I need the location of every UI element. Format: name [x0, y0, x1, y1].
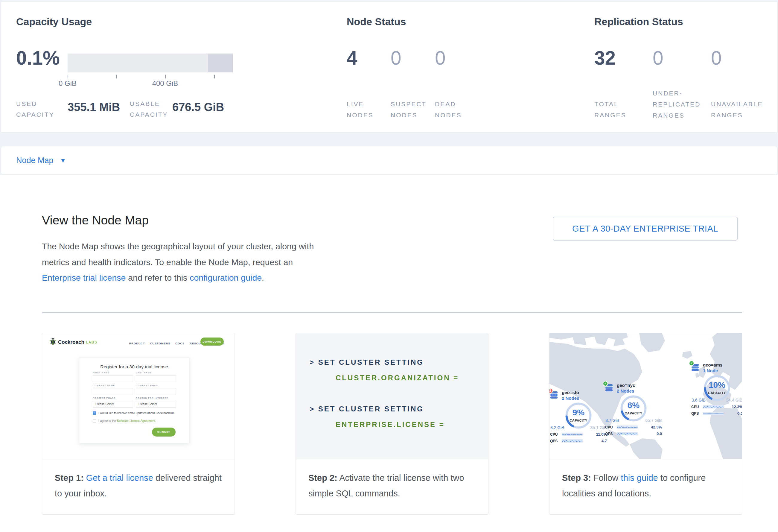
chevron-down-icon[interactable]: ▾ — [61, 156, 65, 165]
node-map-placeholder-section: View the Node Map The Node Map shows the… — [0, 175, 778, 532]
first-name-field: FIRST NAME — [93, 371, 133, 382]
cpu-metric: CPU 12.3% — [691, 404, 742, 409]
under-replicated-ranges-label: UNDER- REPLICATED RANGES — [653, 88, 701, 121]
capacity-label: CAPACITY — [564, 419, 593, 422]
qps-metric: QPS 0.0 — [691, 411, 742, 415]
checked-checkbox-icon: ✓ — [93, 411, 96, 415]
form-title: Register for a 30-day trial license — [79, 364, 189, 370]
node-map-dropdown[interactable]: Node Map — [16, 156, 54, 165]
map-node-geo-nyc: ✓ geo=nyc 2 Nodes 6% CAPACITY 3.7 GiB 65… — [605, 383, 662, 436]
reason-for-interest-select: REASON FOR INTEREST Please Select — [136, 397, 176, 407]
unavailable-ranges-label: UNAVAILABLE RANGES — [711, 98, 763, 121]
cluster-summary-panel: Capacity Usage 0.1% 0 GiB 400 GiB USED C… — [1, 2, 777, 133]
view-selector-bar: Node Map ▾ — [1, 146, 777, 175]
qps-sparkline — [562, 439, 583, 443]
submit-button-preview: SUBMIT — [152, 428, 175, 437]
replication-status-title: Replication Status — [594, 16, 683, 27]
capacity-usage-title: Capacity Usage — [16, 16, 92, 27]
capacity-tick — [214, 75, 215, 78]
capacity-tick — [165, 75, 166, 78]
used-capacity: 3.7 GiB — [605, 418, 619, 423]
unavailable-ranges-count: 0 — [711, 47, 722, 70]
dead-nodes-label: DEAD NODES — [435, 98, 462, 121]
step1-card: Cockroach LABS PRODUCT CUSTOMERS DOCS RE… — [42, 333, 235, 515]
download-button-preview: DOWNLOAD — [201, 337, 224, 346]
used-capacity: 3.2 GiB — [550, 425, 564, 430]
configuration-guide-link[interactable]: configuration guide — [189, 273, 262, 283]
qps-sparkline — [703, 411, 724, 415]
capacity-tick-label: 400 GiB — [141, 79, 189, 88]
live-nodes-label: LIVE NODES — [347, 98, 374, 121]
company-name-field: COMPANY NAME — [93, 384, 133, 395]
capacity-donut: 6% CAPACITY — [619, 394, 648, 423]
unchecked-checkbox-icon — [93, 419, 96, 423]
cpu-metric: CPU 42.5% — [605, 425, 662, 429]
nav-docs: DOCS — [175, 342, 184, 345]
healthy-status-icon: ✓ — [603, 381, 608, 386]
live-nodes-count: 4 — [347, 47, 358, 70]
capacity-usage-bar-end — [208, 54, 233, 72]
locality-name: geo=sfo — [562, 390, 579, 395]
locality-node-count: 2 Nodes — [562, 395, 579, 401]
get-enterprise-trial-button[interactable]: GET A 30-DAY ENTERPRISE TRIAL — [553, 217, 737, 241]
project-phase-select: PROJECT PHASE Please Select — [93, 397, 133, 407]
qps-sparkline — [617, 432, 638, 436]
capacity-tick — [68, 75, 68, 78]
cpu-sparkline — [562, 432, 583, 436]
capacity-tick-label: 0 GiB — [44, 79, 91, 88]
map-node-geo-ams: ✓ geo=ams 1 Node 10% CAPACITY 3.6 GiB 34… — [691, 362, 742, 415]
suspect-nodes-label: SUSPECT NODES — [391, 98, 426, 121]
capacity-percent: 9% — [564, 408, 593, 417]
locality-header: 1 geo=sfo 2 Nodes — [550, 390, 607, 401]
locality-name: geo=nyc — [617, 383, 635, 388]
node-map-preview: 1 geo=sfo 2 Nodes 9% CAPACITY 3.2 GiB 35… — [549, 333, 742, 459]
map-node-geo-sfo: 1 geo=sfo 2 Nodes 9% CAPACITY 3.2 GiB 35… — [550, 390, 607, 443]
capacity-label: CAPACITY — [619, 411, 648, 415]
get-trial-license-link[interactable]: Get a trial license — [86, 473, 153, 483]
usable-capacity-label: USABLE CAPACITY — [130, 98, 168, 120]
capacity-tick — [116, 75, 116, 78]
step3-card: 1 geo=sfo 2 Nodes 9% CAPACITY 3.2 GiB 35… — [549, 333, 742, 515]
capacity-percent: 6% — [619, 401, 648, 410]
sql-commands-preview: > SET CLUSTER SETTING CLUSTER.ORGANIZATI… — [296, 333, 488, 459]
node-status-title: Node Status — [347, 16, 406, 27]
trial-license-site-preview: Cockroach LABS PRODUCT CUSTOMERS DOCS RE… — [42, 333, 235, 459]
cpu-sparkline — [703, 405, 724, 409]
nav-customers: CUSTOMERS — [150, 342, 170, 345]
used-capacity-label: USED CAPACITY — [16, 98, 54, 120]
cpu-metric: CPU 11.0% — [550, 432, 607, 437]
suspect-nodes-count: 0 — [391, 47, 401, 70]
capacity-donut: 10% CAPACITY — [703, 374, 731, 402]
step1-caption: Step 1: Get a trial license delivered st… — [42, 459, 235, 514]
company-email-field: COMPANY EMAIL — [136, 384, 176, 395]
dead-nodes-count: 0 — [435, 47, 446, 70]
section-divider — [42, 312, 742, 313]
nav-product: PRODUCT — [129, 342, 145, 345]
locality-node-count: 2 Nodes — [617, 388, 635, 393]
under-replicated-ranges-count: 0 — [653, 47, 664, 70]
capacity-percent: 10% — [703, 380, 731, 390]
trial-registration-form-preview: Register for a 30-day trial license FIRS… — [79, 357, 189, 443]
total-ranges-count: 32 — [594, 47, 616, 70]
step2-caption: Step 2: Activate the trial license with … — [296, 459, 488, 514]
capacity-usage-bar — [68, 54, 233, 72]
locality-node-count: 1 Node — [703, 368, 722, 373]
locality-header: ✓ geo=nyc 2 Nodes — [605, 383, 662, 393]
step3-caption: Step 3: Follow this guide to configure l… — [549, 459, 742, 514]
email-updates-checkbox-row: ✓ I would like to receive email updates … — [93, 411, 175, 415]
qps-metric: QPS 4.7 — [550, 439, 607, 443]
cockroach-icon — [50, 338, 56, 346]
last-name-field: LAST NAME — [136, 371, 176, 382]
total-ranges-label: TOTAL RANGES — [594, 98, 626, 121]
software-license-agreement-link: Software License Agreement. — [117, 419, 156, 423]
this-guide-link[interactable]: this guide — [621, 473, 658, 483]
locality-header: ✓ geo=ams 1 Node — [691, 362, 742, 373]
locality-name: geo=ams — [703, 362, 722, 367]
healthy-status-icon: ✓ — [689, 361, 694, 366]
enterprise-trial-license-link[interactable]: Enterprise trial license — [42, 273, 126, 283]
capacity-percent: 0.1% — [16, 47, 60, 70]
intro-paragraph: The Node Map shows the geographical layo… — [42, 238, 328, 286]
usable-capacity-value: 676.5 GiB — [172, 101, 224, 114]
capacity-donut: 9% CAPACITY — [564, 401, 593, 430]
cpu-sparkline — [617, 425, 638, 429]
